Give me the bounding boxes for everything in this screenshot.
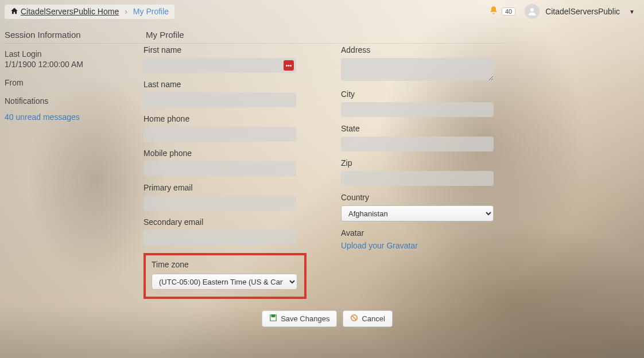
secondary-email-label: Secondary email (143, 217, 307, 227)
breadcrumb-home[interactable]: CitadelServersPublic Home (21, 7, 119, 16)
username[interactable]: CitadelServersPublic (545, 7, 620, 16)
state-label: State (341, 124, 494, 133)
secondary-email-input[interactable] (143, 230, 296, 245)
chevron-down-icon[interactable]: ▼ (629, 9, 635, 15)
svg-rect-2 (271, 315, 275, 317)
country-label: Country (341, 193, 494, 202)
profile-panel: My Profile First name ••• Last name Home… (138, 26, 644, 333)
home-phone-label: Home phone (143, 114, 307, 123)
avatar[interactable] (525, 4, 540, 19)
last-name-input[interactable] (143, 92, 296, 107)
address-label: Address (341, 45, 494, 55)
mobile-phone-label: Mobile phone (143, 149, 307, 158)
city-input[interactable] (341, 102, 494, 117)
breadcrumb: CitadelServersPublic Home › My Profile (5, 5, 174, 19)
bell-icon[interactable] (489, 6, 498, 17)
chevron-right-icon: › (121, 7, 131, 16)
unread-messages-link[interactable]: 40 unread messages (5, 112, 80, 122)
cancel-button[interactable]: Cancel (343, 310, 392, 327)
save-button[interactable]: Save Changes (262, 310, 337, 327)
topbar-right: 40 CitadelServersPublic ▼ (489, 4, 639, 19)
mobile-phone-input[interactable] (143, 161, 296, 176)
primary-email-input[interactable] (143, 196, 296, 211)
notification-count[interactable]: 40 (502, 7, 515, 15)
left-column: First name ••• Last name Home phone Mobi… (143, 45, 307, 299)
notifications-label: Notifications (5, 96, 133, 106)
address-input[interactable] (341, 58, 494, 81)
city-label: City (341, 90, 494, 99)
last-login-label: Last Login (5, 49, 133, 59)
timezone-highlight: Time zone (UTC-05:00) Eastern Time (US &… (143, 253, 307, 299)
timezone-select[interactable]: (UTC-05:00) Eastern Time (US & Canada) (152, 274, 297, 290)
sidebar: Session Information Last Login 1/1/1900 … (0, 26, 138, 333)
zip-input[interactable] (341, 171, 494, 186)
form-actions: Save Changes Cancel (143, 310, 511, 327)
avatar-label: Avatar (341, 228, 494, 238)
breadcrumb-current: My Profile (133, 7, 169, 16)
sidebar-title: Session Information (5, 30, 133, 40)
cancel-button-label: Cancel (362, 314, 385, 323)
country-select[interactable]: Afghanistan (341, 205, 494, 221)
cancel-icon (350, 314, 358, 324)
first-name-label: First name (143, 45, 307, 55)
last-login-value: 1/1/1900 12:00:00 AM (5, 60, 133, 69)
save-icon (269, 314, 277, 324)
svg-line-4 (352, 316, 356, 320)
svg-point-0 (530, 8, 534, 11)
top-bar: CitadelServersPublic Home › My Profile 4… (0, 0, 644, 23)
primary-email-label: Primary email (143, 183, 307, 192)
last-name-label: Last name (143, 80, 307, 89)
state-input[interactable] (341, 137, 494, 151)
home-icon (10, 7, 18, 17)
upload-gravatar-link[interactable]: Upload your Gravatar (341, 241, 418, 250)
home-phone-input[interactable] (143, 127, 296, 142)
save-button-label: Save Changes (281, 314, 329, 323)
right-column: Address City State Zip Country (341, 45, 494, 299)
panel-title: My Profile (146, 30, 638, 40)
autofill-icon[interactable]: ••• (284, 60, 294, 71)
first-name-input[interactable] (143, 58, 296, 73)
zip-label: Zip (341, 158, 494, 168)
from-label: From (5, 78, 133, 87)
timezone-label: Time zone (152, 260, 298, 269)
